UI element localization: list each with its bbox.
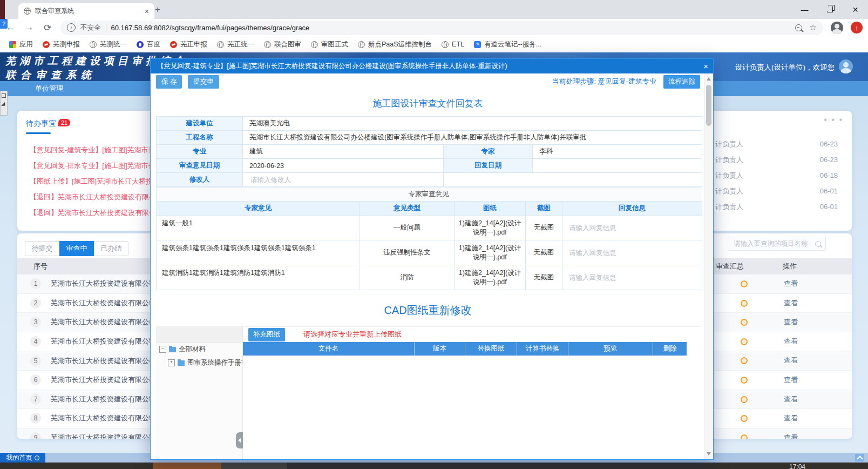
col-version: 版本 xyxy=(415,342,465,356)
view-link[interactable]: 查看 xyxy=(784,413,798,423)
col-preview: 预览 xyxy=(568,342,653,356)
reload-icon[interactable]: ⟳ xyxy=(42,22,53,34)
modal-close-icon[interactable]: × xyxy=(703,59,708,73)
view-link[interactable]: 查看 xyxy=(784,337,798,346)
status-ring-icon xyxy=(741,338,748,345)
reply-input[interactable] xyxy=(568,273,696,282)
collapse-toggle-icon[interactable]: − xyxy=(159,346,166,353)
scroll-down-icon[interactable] xyxy=(707,452,711,455)
owner-value: 芜湖澳美光电 xyxy=(243,117,702,130)
back-to-top-button[interactable] xyxy=(855,454,864,461)
view-link[interactable]: 查看 xyxy=(784,375,798,385)
col-screenshot: 截图 xyxy=(526,202,562,215)
bookmark-item[interactable]: 审图正式 xyxy=(306,38,353,51)
project-row-number: 8 xyxy=(30,413,41,424)
bookmark-item[interactable]: 联合图审 xyxy=(259,38,306,51)
view-link[interactable]: 查看 xyxy=(784,433,798,439)
floating-help-badge[interactable]: ? xyxy=(0,19,8,29)
modal-scrollbar[interactable] xyxy=(704,74,713,459)
bookmark-item[interactable]: ETL xyxy=(437,39,469,50)
flow-trace-button[interactable]: 流程追踪 xyxy=(663,75,700,89)
drawing-cell[interactable]: 1)建施2_14[A2](设计说明一).pdf xyxy=(455,265,526,290)
project-row-name: 芜湖市长江大桥投资建设有限公司办 xyxy=(51,356,163,366)
browser-tab[interactable]: 联合审查系统 × xyxy=(18,3,154,19)
panel-collapse-handle[interactable] xyxy=(236,432,243,448)
tab-close-icon[interactable]: × xyxy=(145,7,149,16)
current-step-label: 当前处理步骤: xyxy=(552,77,598,85)
tab-pending[interactable]: 待提交 xyxy=(25,241,59,256)
bookmark-item[interactable]: 百度 xyxy=(132,38,165,51)
drawing-cell[interactable]: 1)建施2_14[A2](设计说明一).pdf xyxy=(455,240,526,265)
supplement-drawing-button[interactable]: 补充图纸 xyxy=(248,328,285,341)
tree-node-manual[interactable]: + 图审系统操作手册非 xyxy=(156,356,242,370)
restore-button[interactable] xyxy=(817,0,843,19)
browser-toolbar: ← → ⟳ i 不安全 60.167.58.69:8082/sgtscqy/fr… xyxy=(0,19,868,36)
taskbar-item[interactable] xyxy=(221,463,287,469)
more-menu-icon[interactable]: • • • xyxy=(824,115,843,125)
url-text[interactable]: 60.167.58.69:8082/sgtscqy/frame/fui/page… xyxy=(111,24,310,32)
reply-form-table: 建设单位 芜湖澳美光电 工程名称 芜湖市长江大桥投资建设有限公司办公楼建设(图审… xyxy=(156,116,702,187)
col-drawing: 图纸 xyxy=(455,202,526,215)
submit-button[interactable]: 提交申 xyxy=(188,75,219,89)
browser-update-icon[interactable]: ↑ xyxy=(851,22,863,34)
todo-tab[interactable]: 待办事宜 xyxy=(26,119,56,128)
todo-count-badge: 21 xyxy=(58,119,70,126)
info-icon[interactable]: i xyxy=(67,23,76,32)
bookmark-item[interactable]: 芜正申报 xyxy=(165,38,212,51)
col-replace-drawing: 替换图纸 xyxy=(465,342,517,356)
bookmark-label: 芜测申报 xyxy=(53,40,80,49)
view-link[interactable]: 查看 xyxy=(784,317,798,327)
search-icon[interactable] xyxy=(815,241,821,247)
review-date-label: 审查意见日期 xyxy=(157,159,243,172)
new-tab-button[interactable]: + xyxy=(152,4,163,15)
save-button[interactable]: 保 存 xyxy=(156,75,182,89)
bookmark-star-icon[interactable]: ☆ xyxy=(810,23,817,32)
project-row-name: 芜湖市长江大桥投资建设有限公司办 xyxy=(51,375,163,385)
bookmark-item[interactable]: 有道云笔记--服务... xyxy=(469,38,546,51)
floating-screenshot-widget[interactable] xyxy=(0,91,8,116)
summary-person: 计负责人 xyxy=(715,136,743,152)
reply-input[interactable] xyxy=(568,224,696,232)
home-page-tab-label: 我的首页 xyxy=(6,454,32,461)
tree-node-label: 图审系统操作手册非 xyxy=(187,358,242,367)
view-link[interactable]: 查看 xyxy=(784,394,798,404)
screenshot-cell: 无截图 xyxy=(526,265,562,290)
project-search-input[interactable] xyxy=(733,239,810,248)
status-ring-icon xyxy=(741,319,748,326)
home-page-tab[interactable]: 我的首页 xyxy=(0,453,45,463)
bookmark-item[interactable]: 应用 xyxy=(4,38,38,51)
project-search-box[interactable] xyxy=(728,237,826,251)
reply-input[interactable] xyxy=(568,249,696,257)
taskbar-item[interactable] xyxy=(153,463,221,469)
bookmark-item[interactable]: 芜正统一 xyxy=(212,38,259,51)
expert-table-body: 建筑一般1 一般问题 1)建施2_14[A2](设计说明一).pdf 无截图 建… xyxy=(157,216,702,290)
tab-reviewing[interactable]: 审查中 xyxy=(59,241,94,256)
editor-input[interactable] xyxy=(249,176,443,184)
browser-profile-avatar[interactable] xyxy=(831,22,843,34)
bookmark-favicon-icon xyxy=(90,41,97,48)
project-row-number: 5 xyxy=(30,356,41,366)
forward-icon[interactable]: → xyxy=(24,22,35,33)
zoom-icon[interactable] xyxy=(795,24,802,31)
view-link[interactable]: 查看 xyxy=(784,298,798,308)
bookmark-item[interactable]: 芜测申报 xyxy=(38,38,85,51)
close-button[interactable]: ✕ xyxy=(843,0,868,19)
address-bar[interactable]: i 不安全 60.167.58.69:8082/sgtscqy/frame/fu… xyxy=(60,21,823,35)
minimize-button[interactable]: — xyxy=(792,0,817,19)
current-step-value: 意见回复-建筑专业 xyxy=(598,77,656,85)
scrollbar-thumb[interactable] xyxy=(706,85,711,126)
view-link[interactable]: 查看 xyxy=(784,356,798,365)
view-link[interactable]: 查看 xyxy=(784,279,798,289)
tab-finished[interactable]: 已办结 xyxy=(94,241,128,256)
tree-node-all-materials[interactable]: − 全部材料 xyxy=(156,343,242,356)
bookmark-item[interactable]: 芜测统一 xyxy=(85,38,132,51)
menu-item-unit-management[interactable]: 单位管理 xyxy=(35,84,63,92)
summary-person: 计负责人 xyxy=(715,199,743,215)
bookmark-label: 百度 xyxy=(147,40,160,49)
user-avatar[interactable] xyxy=(839,59,853,73)
scroll-up-icon[interactable] xyxy=(707,77,711,81)
drawing-cell[interactable]: 1)建施2_14[A2](设计说明一).pdf xyxy=(455,216,526,240)
bookmark-favicon-icon xyxy=(170,41,177,48)
bookmark-item[interactable]: 新点PaaS运维控制台 xyxy=(353,38,437,51)
expand-toggle-icon[interactable]: + xyxy=(168,359,175,366)
